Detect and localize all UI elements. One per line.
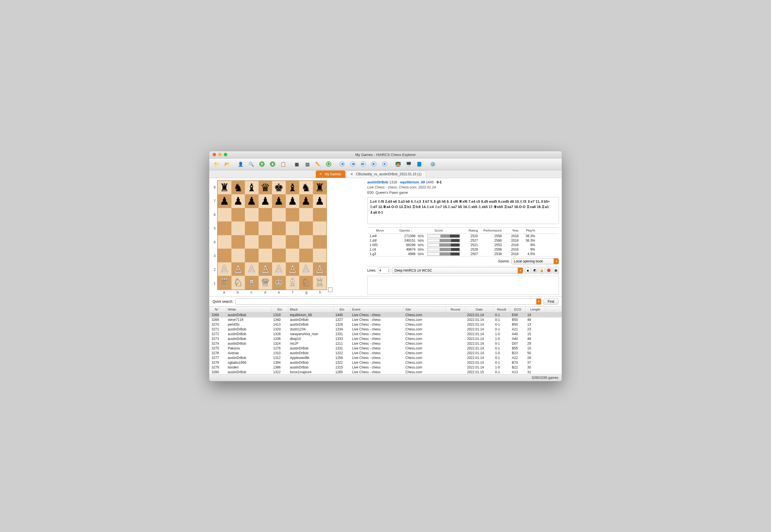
square[interactable] [286,221,299,235]
table-row[interactable]: 3272 austinDrBob 1328 narayanshiva_msh 1… [209,332,562,337]
white-player-link[interactable]: austinDrBob [367,180,388,184]
col-length[interactable]: Length [526,307,545,312]
table-row[interactable]: 3273 austinDrBob 1336 dbaji14 1333 Live … [209,337,562,341]
square[interactable] [245,249,258,262]
square[interactable] [245,208,258,222]
col-move[interactable]: Move [367,229,393,232]
square[interactable]: ♖ [218,276,231,290]
square[interactable]: ♙ [258,262,272,276]
square[interactable]: ♟ [218,194,231,208]
square[interactable] [231,249,245,262]
refresh-button[interactable] [323,159,334,169]
open-database-button[interactable]: 📂 [222,159,232,169]
square[interactable] [272,249,286,262]
nav-first-button[interactable] [337,159,347,169]
col-black[interactable]: Black [288,307,334,312]
square[interactable] [218,235,231,249]
square[interactable]: ♙ [286,262,299,276]
square[interactable] [299,221,313,235]
col-score[interactable]: Score [418,229,460,232]
square[interactable]: ♟ [313,194,327,208]
square[interactable]: ♙ [245,262,258,276]
square[interactable]: ♗ [286,276,299,290]
col-elo1[interactable]: Elo [271,307,288,312]
col-games[interactable]: Games [393,229,418,232]
square[interactable] [299,208,313,222]
square[interactable]: ♜ [218,181,231,195]
opening-row[interactable]: 1.e4! 271088 55% 2520 2558 2018 36.3% [367,234,559,238]
table-row[interactable]: 3275 Pakorov 1276 austinDrBob 1331 Live … [209,346,562,351]
col-white[interactable]: White [226,307,271,312]
square[interactable] [272,235,286,249]
settings-button[interactable]: ⚙️ [428,159,438,169]
search-dropdown-button[interactable]: ▼ [536,298,541,305]
square[interactable]: ♟ [258,194,272,208]
play-button[interactable] [379,159,390,169]
square[interactable] [258,235,272,249]
square[interactable]: ♗ [245,276,258,290]
close-window-button[interactable] [213,153,216,156]
square[interactable]: ♞ [299,181,313,195]
square[interactable]: ♖ [313,276,327,290]
square[interactable]: ♘ [299,276,313,290]
lines-stepper[interactable]: 4 [378,267,390,274]
col-date[interactable]: Date [465,307,493,312]
square[interactable] [286,249,299,262]
opening-row[interactable]: 1.d4! 249151 56% 2527 2566 2018 36.3% [367,238,559,243]
square[interactable] [245,221,258,235]
close-icon[interactable]: ✕ [349,172,353,176]
table-row[interactable]: 3271 austinDrBob 1320 doshi1234 1334 Liv… [209,327,562,332]
nav-back-button[interactable] [348,159,358,169]
square[interactable] [258,208,272,222]
table-row[interactable]: 3280 austinDrBob 1322 force1majeure 1265… [209,370,562,374]
square[interactable]: ♜ [313,181,327,195]
table-row[interactable]: 3268 austinDrBob 1318 equilibrium_69 144… [209,313,562,318]
board-style-button[interactable]: ▦ [292,159,302,169]
zoom-window-button[interactable] [224,153,227,156]
engine-grid-button[interactable]: ▦ [553,267,559,274]
search-player-button[interactable]: 🔍 [246,159,256,169]
chess-board[interactable]: ♜♞♝♛♚♝♞♜♟♟♟♟♟♟♟♟♙♙♙♙♙♙♙♙♖♘♗♕♔♗♘♖ [217,180,327,290]
square[interactable]: ♙ [272,262,286,276]
square[interactable]: ♟ [231,194,245,208]
square[interactable] [272,208,286,222]
square[interactable]: ♝ [286,181,299,195]
square[interactable] [299,235,313,249]
square[interactable]: ♟ [286,194,299,208]
square[interactable] [313,208,327,222]
square[interactable]: ♙ [313,262,327,276]
empty-board-button[interactable]: ▨ [302,159,312,169]
square[interactable] [299,249,313,262]
square[interactable]: ♙ [231,262,245,276]
square[interactable] [313,235,327,249]
square[interactable]: ♕ [258,276,272,290]
col-event[interactable]: Event [350,307,404,312]
table-row[interactable]: 3274 austinDrBob 1324 nis1P 1211 Live Ch… [209,341,562,346]
table-row[interactable]: 3269 steve7118 1340 austinDrBob 1327 Liv… [209,318,562,322]
minimize-window-button[interactable] [218,153,222,156]
nav-last-button[interactable] [369,159,379,169]
download-button[interactable] [267,159,278,169]
square[interactable]: ♔ [272,276,286,290]
quick-search-input[interactable] [235,298,540,305]
square[interactable]: ♛ [258,181,272,195]
tab-game-file[interactable]: ✕ CBizdaddy_vs_austinDrBob_2022.01.15 (1… [346,171,426,178]
engine-select[interactable]: Deep HIARCS 14 WCSC ▼ [392,267,523,274]
col-result[interactable]: Result [493,307,510,312]
book-button[interactable]: 📘 [415,159,425,169]
nav-forward-button[interactable] [358,159,368,169]
square[interactable]: ♟ [272,194,286,208]
engine-btn-1[interactable]: ■ [525,267,531,274]
new-database-button[interactable]: 📁 [211,159,222,169]
opening-row[interactable]: 1.c4 49674 56% 2529 2558 2018 9% [367,247,559,252]
square[interactable] [231,208,245,222]
table-row[interactable]: 3276 Avdoas 1310 austinDrBob 1322 Live C… [209,351,562,356]
find-button[interactable]: Find [544,298,558,305]
col-play[interactable]: Play% [519,229,537,232]
square[interactable] [231,235,245,249]
square[interactable]: ♙ [299,262,313,276]
upload-button[interactable] [257,159,267,169]
black-player-link[interactable]: equilibrium_69 [400,180,425,184]
square[interactable]: ♚ [272,181,286,195]
square[interactable] [231,221,245,235]
